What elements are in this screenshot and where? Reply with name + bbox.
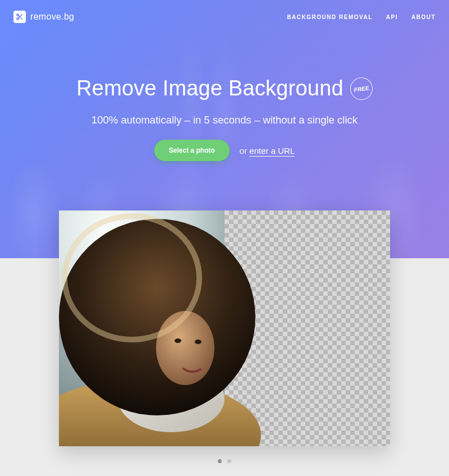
carousel-dot-2[interactable] xyxy=(227,459,231,463)
scissors-icon xyxy=(13,11,26,23)
svg-point-14 xyxy=(224,379,261,446)
svg-line-4 xyxy=(19,16,20,17)
svg-point-12 xyxy=(195,340,201,344)
svg-line-3 xyxy=(20,17,22,19)
page-subtitle: 100% automatically – in 5 seconds – with… xyxy=(0,114,449,126)
brand-name: remove.bg xyxy=(30,12,74,22)
example-removed xyxy=(224,210,390,446)
carousel-dots xyxy=(0,459,449,463)
free-badge: FREE xyxy=(349,76,374,101)
enter-url-link[interactable]: enter a URL xyxy=(249,146,295,157)
carousel-dot-1[interactable] xyxy=(218,459,222,463)
svg-point-16 xyxy=(224,219,255,415)
example-card xyxy=(59,210,390,446)
site-header: remove.bg BACKGROUND REMOVAL API ABOUT xyxy=(0,0,449,34)
svg-point-10 xyxy=(156,311,214,385)
page-title: Remove Image Background xyxy=(76,76,343,100)
brand-logo[interactable]: remove.bg xyxy=(13,11,74,23)
nav-link-about[interactable]: ABOUT xyxy=(411,14,436,20)
primary-nav: BACKGROUND REMOVAL API ABOUT xyxy=(287,14,436,20)
hero-copy: Remove Image Background FREE 100% automa… xyxy=(0,76,449,161)
example-original xyxy=(59,210,224,446)
select-photo-button[interactable]: Select a photo xyxy=(154,140,230,161)
svg-point-11 xyxy=(175,338,181,343)
cta-or-text: or enter a URL xyxy=(240,146,295,155)
nav-link-api[interactable]: API xyxy=(386,14,398,20)
nav-link-background-removal[interactable]: BACKGROUND REMOVAL xyxy=(287,14,372,20)
